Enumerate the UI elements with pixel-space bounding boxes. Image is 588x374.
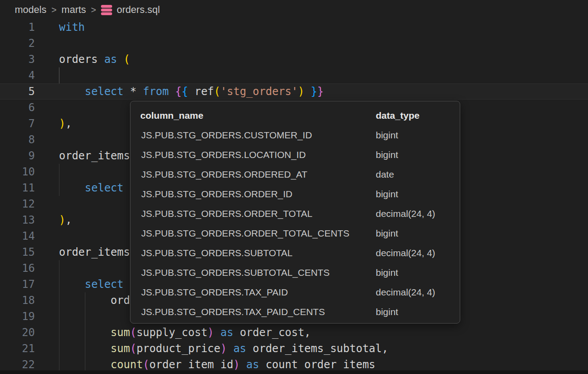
line-text: ),: [59, 212, 72, 228]
code-line[interactable]: 21 sum(product_price) as order_items_sub…: [0, 341, 588, 357]
hover-row: JS.PUB.STG_ORDERS.SUBTOTAL_CENTSbigint: [130, 263, 460, 283]
hover-row: JS.PUB.STG_ORDERS.ORDER_TOTALdecimal(24,…: [130, 204, 460, 224]
line-text: sum(supply_cost) as order_cost,: [59, 324, 311, 341]
code-line[interactable]: 20 sum(supply_cost) as order_cost,: [0, 324, 588, 341]
hover-data-type: bigint: [376, 150, 398, 160]
line-text: orders as (: [59, 51, 130, 67]
hover-data-type: decimal(24, 4): [376, 287, 435, 298]
line-number[interactable]: 13: [0, 212, 35, 228]
editor-bottom-strip: [0, 370, 588, 374]
breadcrumb-item-marts[interactable]: marts: [62, 4, 86, 16]
line-number[interactable]: 19: [0, 308, 35, 324]
line-text: select: [59, 276, 124, 292]
line-text: select * from {{ ref('stg_orders') }}: [59, 83, 323, 100]
hover-data-type: decimal(24, 4): [376, 208, 435, 219]
hover-col-header-column-name: column_name: [140, 110, 203, 121]
hover-row: JS.PUB.STG_ORDERS.SUBTOTALdecimal(24, 4): [130, 243, 460, 263]
hover-popup: column_name data_type JS.PUB.STG_ORDERS.…: [130, 101, 460, 324]
hover-data-type: bigint: [376, 307, 398, 317]
hover-row: JS.PUB.STG_ORDERS.ORDER_IDbigint: [130, 184, 460, 204]
line-number[interactable]: 20: [0, 324, 35, 341]
hover-column-name: JS.PUB.STG_ORDERS.TAX_PAID: [141, 287, 288, 298]
code-line[interactable]: 1with: [0, 19, 588, 35]
line-text: with: [59, 19, 85, 35]
code-line[interactable]: 4: [0, 67, 588, 83]
line-number[interactable]: 3: [0, 51, 35, 67]
line-number[interactable]: 12: [0, 196, 35, 212]
hover-column-name: JS.PUB.STG_ORDERS.CUSTOMER_ID: [141, 130, 312, 141]
hover-column-name: JS.PUB.STG_ORDERS.ORDERED_AT: [141, 169, 307, 180]
hover-header-row: column_name data_type: [130, 106, 460, 125]
line-number[interactable]: 16: [0, 260, 35, 276]
line-number[interactable]: 5: [0, 83, 35, 100]
code-line[interactable]: 5 select * from {{ ref('stg_orders') }}: [0, 83, 588, 100]
database-icon: [101, 4, 113, 16]
hover-data-type: date: [376, 169, 394, 180]
hover-data-type: bigint: [376, 189, 398, 199]
hover-row: JS.PUB.STG_ORDERS.LOCATION_IDbigint: [130, 145, 460, 165]
line-text: order_items: [59, 148, 130, 164]
hover-col-header-data-type: data_type: [376, 110, 420, 121]
hover-row: JS.PUB.STG_ORDERS.TAX_PAIDdecimal(24, 4): [130, 283, 460, 302]
line-number[interactable]: 15: [0, 244, 35, 260]
breadcrumb-file[interactable]: orders.sql: [117, 4, 160, 16]
line-number[interactable]: 4: [0, 67, 35, 83]
hover-data-type: bigint: [376, 228, 398, 239]
line-number[interactable]: 1: [0, 19, 35, 35]
line-number[interactable]: 8: [0, 132, 35, 148]
breadcrumb-separator: >: [51, 5, 57, 15]
hover-column-name: JS.PUB.STG_ORDERS.SUBTOTAL: [141, 248, 293, 258]
hover-column-name: JS.PUB.STG_ORDERS.ORDER_TOTAL_CENTS: [141, 228, 349, 239]
line-number[interactable]: 18: [0, 292, 35, 308]
hover-data-type: bigint: [376, 267, 398, 278]
hover-data-type: bigint: [376, 130, 398, 141]
hover-column-name: JS.PUB.STG_ORDERS.LOCATION_ID: [141, 150, 306, 160]
code-line[interactable]: 2: [0, 35, 588, 51]
hover-row: JS.PUB.STG_ORDERS.TAX_PAID_CENTSbigint: [130, 302, 460, 322]
line-number[interactable]: 21: [0, 341, 35, 357]
line-number[interactable]: 2: [0, 35, 35, 51]
hover-row: JS.PUB.STG_ORDERS.CUSTOMER_IDbigint: [130, 125, 460, 145]
line-number[interactable]: 17: [0, 276, 35, 292]
line-text: select: [59, 180, 124, 196]
breadcrumb: models > marts > orders.sql: [0, 0, 588, 20]
hover-column-name: JS.PUB.STG_ORDERS.ORDER_ID: [141, 189, 292, 199]
line-text: order_items: [59, 244, 130, 260]
hover-row: JS.PUB.STG_ORDERS.ORDERED_ATdate: [130, 165, 460, 184]
line-number[interactable]: 7: [0, 116, 35, 132]
line-text: ),: [59, 116, 72, 132]
line-number[interactable]: 6: [0, 100, 35, 116]
breadcrumb-item-models[interactable]: models: [15, 4, 46, 16]
line-number[interactable]: 10: [0, 164, 35, 180]
hover-rows: JS.PUB.STG_ORDERS.CUSTOMER_IDbigintJS.PU…: [130, 125, 460, 322]
hover-column-name: JS.PUB.STG_ORDERS.TAX_PAID_CENTS: [141, 307, 325, 317]
breadcrumb-separator: >: [91, 5, 97, 15]
line-text: ord: [59, 292, 130, 308]
line-number[interactable]: 9: [0, 148, 35, 164]
hover-row: JS.PUB.STG_ORDERS.ORDER_TOTAL_CENTSbigin…: [130, 224, 460, 243]
hover-data-type: decimal(24, 4): [376, 248, 435, 258]
line-number[interactable]: 11: [0, 180, 35, 196]
line-text: sum(product_price) as order_items_subtot…: [59, 341, 388, 357]
line-number[interactable]: 14: [0, 228, 35, 244]
hover-column-name: JS.PUB.STG_ORDERS.SUBTOTAL_CENTS: [141, 267, 330, 278]
hover-column-name: JS.PUB.STG_ORDERS.ORDER_TOTAL: [141, 208, 312, 219]
code-line[interactable]: 3orders as (: [0, 51, 588, 67]
